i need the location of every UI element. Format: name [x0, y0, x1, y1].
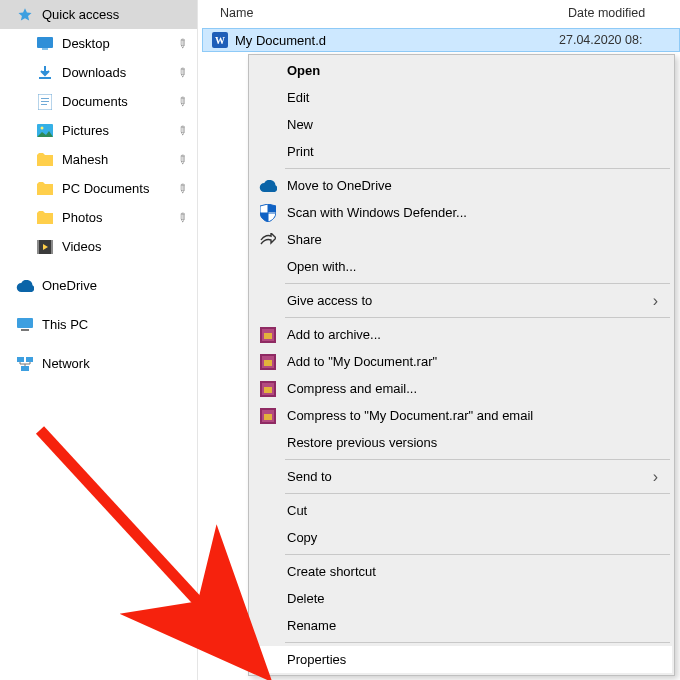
- menu-item-print[interactable]: Print: [251, 138, 672, 165]
- context-menu: Open Edit New Print Move to OneDrive Sca…: [248, 54, 675, 676]
- sidebar-label: Documents: [62, 94, 175, 109]
- menu-item-edit[interactable]: Edit: [251, 84, 672, 111]
- blank-icon: [257, 562, 279, 582]
- svg-rect-10: [37, 240, 39, 254]
- sidebar-item-desktop[interactable]: Desktop ✎: [0, 29, 197, 58]
- sidebar-item-downloads[interactable]: Downloads ✎: [0, 58, 197, 87]
- column-header-date[interactable]: Date modified: [560, 6, 680, 20]
- menu-separator: [285, 317, 670, 318]
- defender-shield-icon: [257, 203, 279, 223]
- menu-item-add-mydoc[interactable]: Add to "My Document.rar": [251, 348, 672, 375]
- blank-icon: [257, 88, 279, 108]
- onedrive-icon: [257, 176, 279, 196]
- winrar-icon: [257, 406, 279, 426]
- this-pc-icon: [16, 316, 34, 334]
- menu-separator: [285, 493, 670, 494]
- menu-item-rename[interactable]: Rename: [251, 612, 672, 639]
- svg-rect-1: [42, 48, 48, 50]
- sidebar-label: OneDrive: [42, 278, 189, 293]
- sidebar-label: PC Documents: [62, 181, 175, 196]
- sidebar-label: Downloads: [62, 65, 175, 80]
- column-header-name[interactable]: Name: [198, 6, 560, 20]
- menu-item-compress-mydoc-email[interactable]: Compress to "My Document.rar" and email: [251, 402, 672, 429]
- sidebar-item-mahesh[interactable]: Mahesh ✎: [0, 145, 197, 174]
- menu-item-move-onedrive[interactable]: Move to OneDrive: [251, 172, 672, 199]
- blank-icon: [257, 467, 279, 487]
- winrar-icon: [257, 352, 279, 372]
- svg-rect-4: [41, 98, 49, 99]
- menu-item-restore-versions[interactable]: Restore previous versions: [251, 429, 672, 456]
- sidebar-label: Desktop: [62, 36, 175, 51]
- sidebar-item-documents[interactable]: Documents ✎: [0, 87, 197, 116]
- videos-icon: [36, 238, 54, 256]
- sidebar-item-pictures[interactable]: Pictures ✎: [0, 116, 197, 145]
- menu-item-give-access[interactable]: Give access to ›: [251, 287, 672, 314]
- svg-rect-14: [17, 357, 24, 362]
- menu-item-scan-defender[interactable]: Scan with Windows Defender...: [251, 199, 672, 226]
- word-document-icon: W: [211, 31, 229, 49]
- sidebar-label: Photos: [62, 210, 175, 225]
- svg-rect-0: [37, 37, 53, 48]
- sidebar-item-pc-documents[interactable]: PC Documents ✎: [0, 174, 197, 203]
- sidebar-label: This PC: [42, 317, 189, 332]
- menu-item-add-archive[interactable]: Add to archive...: [251, 321, 672, 348]
- blank-icon: [257, 650, 279, 670]
- blank-icon: [257, 528, 279, 548]
- pin-icon: ✎: [172, 63, 192, 83]
- menu-item-create-shortcut[interactable]: Create shortcut: [251, 558, 672, 585]
- winrar-icon: [257, 379, 279, 399]
- nav-sidebar: Quick access Desktop ✎ Downloads ✎ Docum…: [0, 0, 198, 680]
- download-icon: [36, 64, 54, 82]
- folder-icon: [36, 180, 54, 198]
- svg-rect-11: [51, 240, 53, 254]
- svg-rect-30: [264, 414, 272, 420]
- sidebar-label: Network: [42, 356, 189, 371]
- sidebar-item-photos[interactable]: Photos ✎: [0, 203, 197, 232]
- svg-rect-24: [264, 360, 272, 366]
- menu-item-open-with[interactable]: Open with...: [251, 253, 672, 280]
- menu-item-new[interactable]: New: [251, 111, 672, 138]
- menu-separator: [285, 283, 670, 284]
- desktop-icon: [36, 35, 54, 53]
- blank-icon: [257, 257, 279, 277]
- pin-icon: ✎: [172, 121, 192, 141]
- blank-icon: [257, 61, 279, 81]
- pin-icon: ✎: [172, 92, 192, 112]
- menu-separator: [285, 554, 670, 555]
- column-headers: Name Date modified: [198, 0, 680, 26]
- pictures-icon: [36, 122, 54, 140]
- blank-icon: [257, 589, 279, 609]
- menu-item-cut[interactable]: Cut: [251, 497, 672, 524]
- menu-separator: [285, 642, 670, 643]
- menu-item-copy[interactable]: Copy: [251, 524, 672, 551]
- menu-item-share[interactable]: Share: [251, 226, 672, 253]
- svg-rect-5: [41, 101, 49, 102]
- blank-icon: [257, 616, 279, 636]
- sidebar-item-onedrive[interactable]: OneDrive: [0, 271, 197, 300]
- file-date: 27.04.2020 08:: [559, 33, 679, 47]
- sidebar-label: Quick access: [42, 7, 189, 22]
- svg-rect-21: [264, 333, 272, 339]
- menu-item-send-to[interactable]: Send to ›: [251, 463, 672, 490]
- sidebar-label: Pictures: [62, 123, 175, 138]
- folder-icon: [36, 151, 54, 169]
- sidebar-item-quick-access[interactable]: Quick access: [0, 0, 197, 29]
- winrar-icon: [257, 325, 279, 345]
- pin-icon: ✎: [172, 179, 192, 199]
- svg-point-8: [41, 127, 44, 130]
- svg-rect-27: [264, 387, 272, 393]
- network-icon: [16, 355, 34, 373]
- file-row-selected[interactable]: W My Document.d 27.04.2020 08:: [202, 28, 680, 52]
- menu-separator: [285, 168, 670, 169]
- svg-rect-13: [21, 329, 29, 331]
- sidebar-item-network[interactable]: Network: [0, 349, 197, 378]
- menu-item-open[interactable]: Open: [251, 57, 672, 84]
- menu-item-compress-email[interactable]: Compress and email...: [251, 375, 672, 402]
- svg-rect-15: [26, 357, 33, 362]
- svg-rect-16: [21, 366, 29, 371]
- sidebar-item-this-pc[interactable]: This PC: [0, 310, 197, 339]
- menu-item-properties[interactable]: Properties: [251, 646, 672, 673]
- sidebar-item-videos[interactable]: Videos: [0, 232, 197, 261]
- star-icon: [16, 6, 34, 24]
- menu-item-delete[interactable]: Delete: [251, 585, 672, 612]
